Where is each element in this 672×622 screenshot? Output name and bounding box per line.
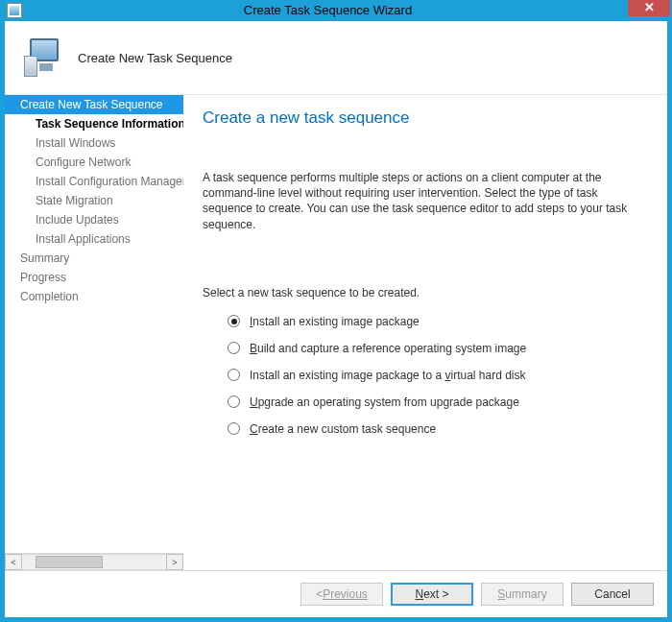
sidebar-item[interactable]: Install Applications	[5, 229, 183, 249]
summary-button[interactable]: Summary	[481, 583, 564, 606]
sidebar-item-label: Install Applications	[36, 232, 131, 246]
previous-button[interactable]: < Previous	[300, 583, 383, 606]
radio-label: Build and capture a reference operating …	[250, 342, 526, 355]
sidebar-item[interactable]: Configure Network	[5, 153, 183, 172]
radio-label: Install an existing image package	[250, 315, 420, 328]
sidebar: Create New Task SequenceTask Sequence In…	[5, 95, 183, 570]
next-button[interactable]: Next >	[391, 583, 473, 606]
radio-label: Create a new custom task sequence	[250, 422, 436, 436]
sidebar-item[interactable]: State Migration	[5, 191, 183, 210]
sidebar-item-label: Summary	[20, 251, 69, 265]
sidebar-item[interactable]: Install Windows	[5, 133, 183, 153]
button-bar: < Previous Next > Summary Cancel	[5, 570, 667, 617]
sidebar-item[interactable]: Task Sequence Information	[5, 114, 183, 133]
radio-option[interactable]: Install an existing image package to a v…	[228, 369, 642, 382]
header-title: Create New Task Sequence	[78, 51, 232, 65]
radio-button-icon	[228, 395, 240, 408]
radio-option[interactable]: Upgrade an operating system from upgrade…	[228, 395, 642, 409]
radio-button-icon	[228, 315, 240, 327]
sidebar-item-label: Completion	[20, 290, 79, 303]
radio-label: Install an existing image package to a v…	[250, 369, 526, 382]
cancel-button[interactable]: Cancel	[571, 583, 654, 606]
scroll-left-button[interactable]: <	[5, 554, 22, 570]
close-button[interactable]: ✕	[628, 0, 670, 16]
radio-option[interactable]: Install an existing image package	[228, 315, 642, 328]
sidebar-item[interactable]: Create New Task Sequence	[5, 95, 183, 114]
sidebar-item-label: Include Updates	[36, 213, 119, 227]
titlebar: Create Task Sequence Wizard ✕	[0, 0, 672, 21]
wizard-header: Create New Task Sequence	[5, 21, 667, 95]
radio-button-icon	[228, 342, 240, 354]
summary-label: ummary	[505, 587, 546, 601]
main-panel: Create a new task sequence A task sequen…	[183, 95, 667, 570]
sidebar-item-label: Install Configuration Manager	[36, 175, 183, 188]
sidebar-item-label: Progress	[20, 271, 66, 284]
scroll-track[interactable]	[22, 554, 166, 570]
sidebar-item-label: Task Sequence Information	[36, 117, 183, 131]
radio-label: Upgrade an operating system from upgrade…	[250, 395, 519, 409]
previous-label: Previous	[323, 587, 368, 601]
radio-button-icon	[228, 422, 240, 435]
sidebar-item[interactable]: Completion	[5, 287, 183, 306]
sidebar-item-label: Install Windows	[36, 136, 115, 150]
page-title: Create a new task sequence	[203, 108, 642, 128]
sidebar-item[interactable]: Summary	[5, 249, 183, 268]
sidebar-item[interactable]: Include Updates	[5, 210, 183, 229]
sidebar-item[interactable]: Progress	[5, 268, 183, 287]
computer-icon	[24, 38, 64, 77]
sidebar-item[interactable]: Install Configuration Manager	[5, 172, 183, 191]
sidebar-list: Create New Task SequenceTask Sequence In…	[5, 95, 183, 553]
sidebar-scrollbar[interactable]: < >	[5, 553, 183, 570]
window-title: Create Task Sequence Wizard	[28, 0, 628, 17]
sidebar-item-label: Create New Task Sequence	[20, 98, 163, 111]
sidebar-item-label: State Migration	[36, 194, 113, 207]
cancel-label: Cancel	[594, 587, 630, 601]
app-icon	[7, 3, 22, 18]
page-description: A task sequence performs multiple steps …	[203, 170, 642, 232]
scroll-thumb[interactable]	[36, 556, 103, 568]
select-prompt: Select a new task sequence to be created…	[203, 286, 642, 299]
next-label: ext >	[423, 587, 448, 601]
radio-group: Install an existing image packageBuild a…	[203, 315, 642, 436]
scroll-right-button[interactable]: >	[166, 554, 183, 570]
radio-option[interactable]: Build and capture a reference operating …	[228, 342, 642, 355]
sidebar-item-label: Configure Network	[36, 156, 131, 169]
radio-button-icon	[228, 369, 240, 381]
radio-option[interactable]: Create a new custom task sequence	[228, 422, 642, 436]
